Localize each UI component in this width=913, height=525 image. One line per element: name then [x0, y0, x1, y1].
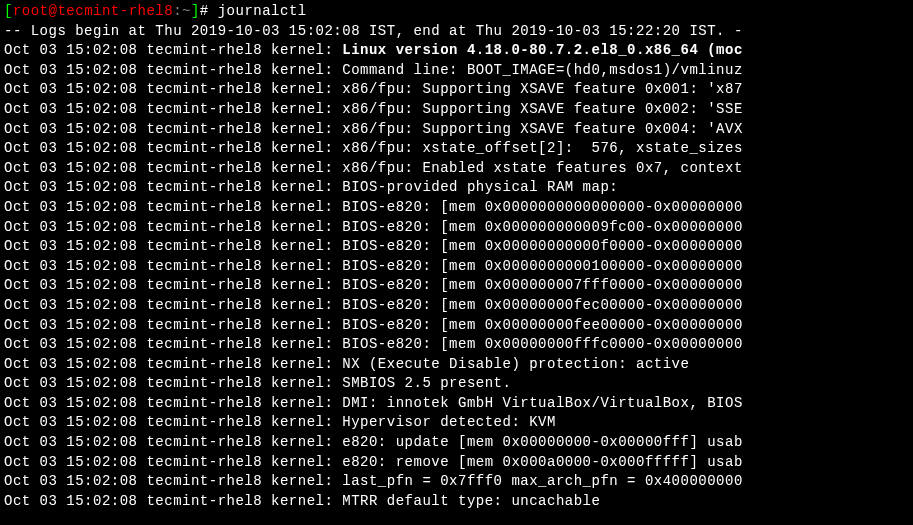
log-message: BIOS-e820: [mem 0x00000000fffc0000-0x000… — [342, 336, 743, 352]
log-line: Oct 03 15:02:08 tecmint-rhel8 kernel: Hy… — [4, 413, 909, 433]
log-message: MTRR default type: uncachable — [342, 493, 600, 509]
log-line: Oct 03 15:02:08 tecmint-rhel8 kernel: x8… — [4, 139, 909, 159]
log-line: Oct 03 15:02:08 tecmint-rhel8 kernel: Co… — [4, 61, 909, 81]
log-prefix: Oct 03 15:02:08 tecmint-rhel8 kernel: — [4, 356, 342, 372]
log-line: Oct 03 15:02:08 tecmint-rhel8 kernel: BI… — [4, 296, 909, 316]
log-prefix: Oct 03 15:02:08 tecmint-rhel8 kernel: — [4, 395, 342, 411]
log-message: BIOS-e820: [mem 0x0000000000100000-0x000… — [342, 258, 743, 274]
log-prefix: Oct 03 15:02:08 tecmint-rhel8 kernel: — [4, 219, 342, 235]
log-message: Command line: BOOT_IMAGE=(hd0,msdos1)/vm… — [342, 62, 743, 78]
terminal-output[interactable]: [root@tecmint-rhel8:~]# journalctl -- Lo… — [0, 0, 913, 513]
log-header: -- Logs begin at Thu 2019-10-03 15:02:08… — [4, 22, 909, 42]
log-prefix: Oct 03 15:02:08 tecmint-rhel8 kernel: — [4, 62, 342, 78]
prompt-line: [root@tecmint-rhel8:~]# journalctl — [4, 2, 909, 22]
log-line: Oct 03 15:02:08 tecmint-rhel8 kernel: BI… — [4, 257, 909, 277]
log-prefix: Oct 03 15:02:08 tecmint-rhel8 kernel: — [4, 160, 342, 176]
log-prefix: Oct 03 15:02:08 tecmint-rhel8 kernel: — [4, 473, 342, 489]
log-line: Oct 03 15:02:08 tecmint-rhel8 kernel: BI… — [4, 316, 909, 336]
log-prefix: Oct 03 15:02:08 tecmint-rhel8 kernel: — [4, 454, 342, 470]
log-line: Oct 03 15:02:08 tecmint-rhel8 kernel: MT… — [4, 492, 909, 512]
log-line: Oct 03 15:02:08 tecmint-rhel8 kernel: BI… — [4, 335, 909, 355]
log-message: e820: update [mem 0x00000000-0x00000fff]… — [342, 434, 743, 450]
log-line: Oct 03 15:02:08 tecmint-rhel8 kernel: x8… — [4, 80, 909, 100]
log-prefix: Oct 03 15:02:08 tecmint-rhel8 kernel: — [4, 375, 342, 391]
log-prefix: Oct 03 15:02:08 tecmint-rhel8 kernel: — [4, 258, 342, 274]
prompt-cwd: :~ — [173, 3, 191, 19]
log-prefix: Oct 03 15:02:08 tecmint-rhel8 kernel: — [4, 238, 342, 254]
log-message: x86/fpu: Supporting XSAVE feature 0x001:… — [342, 81, 743, 97]
log-prefix: Oct 03 15:02:08 tecmint-rhel8 kernel: — [4, 121, 342, 137]
log-message: last_pfn = 0x7fff0 max_arch_pfn = 0x4000… — [342, 473, 743, 489]
log-prefix: Oct 03 15:02:08 tecmint-rhel8 kernel: — [4, 42, 342, 58]
log-prefix: Oct 03 15:02:08 tecmint-rhel8 kernel: — [4, 336, 342, 352]
log-prefix: Oct 03 15:02:08 tecmint-rhel8 kernel: — [4, 414, 342, 430]
prompt-close-bracket: ] — [191, 3, 200, 19]
log-message: BIOS-e820: [mem 0x000000000009fc00-0x000… — [342, 219, 743, 235]
log-message: BIOS-e820: [mem 0x0000000000000000-0x000… — [342, 199, 743, 215]
log-prefix: Oct 03 15:02:08 tecmint-rhel8 kernel: — [4, 140, 342, 156]
log-line: Oct 03 15:02:08 tecmint-rhel8 kernel: x8… — [4, 159, 909, 179]
log-message: BIOS-e820: [mem 0x00000000000f0000-0x000… — [342, 238, 743, 254]
log-message: x86/fpu: Supporting XSAVE feature 0x002:… — [342, 101, 743, 117]
prompt-open-bracket: [ — [4, 3, 13, 19]
log-lines-container: Oct 03 15:02:08 tecmint-rhel8 kernel: Li… — [4, 41, 909, 511]
log-line: Oct 03 15:02:08 tecmint-rhel8 kernel: x8… — [4, 100, 909, 120]
log-message: SMBIOS 2.5 present. — [342, 375, 511, 391]
log-message: NX (Execute Disable) protection: active — [342, 356, 689, 372]
log-message: Hypervisor detected: KVM — [342, 414, 556, 430]
log-line: Oct 03 15:02:08 tecmint-rhel8 kernel: e8… — [4, 433, 909, 453]
command-text: journalctl — [218, 3, 307, 19]
log-prefix: Oct 03 15:02:08 tecmint-rhel8 kernel: — [4, 179, 342, 195]
log-message: x86/fpu: xstate_offset[2]: 576, xstate_s… — [342, 140, 743, 156]
log-line: Oct 03 15:02:08 tecmint-rhel8 kernel: BI… — [4, 198, 909, 218]
log-message: DMI: innotek GmbH VirtualBox/VirtualBox,… — [342, 395, 743, 411]
log-prefix: Oct 03 15:02:08 tecmint-rhel8 kernel: — [4, 493, 342, 509]
log-prefix: Oct 03 15:02:08 tecmint-rhel8 kernel: — [4, 434, 342, 450]
log-prefix: Oct 03 15:02:08 tecmint-rhel8 kernel: — [4, 317, 342, 333]
prompt-hash: # — [200, 3, 218, 19]
log-prefix: Oct 03 15:02:08 tecmint-rhel8 kernel: — [4, 101, 342, 117]
log-prefix: Oct 03 15:02:08 tecmint-rhel8 kernel: — [4, 81, 342, 97]
log-line: Oct 03 15:02:08 tecmint-rhel8 kernel: x8… — [4, 120, 909, 140]
log-message: BIOS-e820: [mem 0x00000000fec00000-0x000… — [342, 297, 743, 313]
log-message: BIOS-e820: [mem 0x00000000fee00000-0x000… — [342, 317, 743, 333]
log-message: x86/fpu: Enabled xstate features 0x7, co… — [342, 160, 743, 176]
log-line: Oct 03 15:02:08 tecmint-rhel8 kernel: Li… — [4, 41, 909, 61]
log-line: Oct 03 15:02:08 tecmint-rhel8 kernel: la… — [4, 472, 909, 492]
log-line: Oct 03 15:02:08 tecmint-rhel8 kernel: BI… — [4, 276, 909, 296]
log-bold-text: Linux version 4.18.0-80.7.2.el8_0.x86_64… — [342, 42, 743, 58]
log-message: BIOS-provided physical RAM map: — [342, 179, 618, 195]
log-line: Oct 03 15:02:08 tecmint-rhel8 kernel: e8… — [4, 453, 909, 473]
log-prefix: Oct 03 15:02:08 tecmint-rhel8 kernel: — [4, 297, 342, 313]
prompt-user-host: root@tecmint-rhel8 — [13, 3, 173, 19]
log-line: Oct 03 15:02:08 tecmint-rhel8 kernel: NX… — [4, 355, 909, 375]
log-message: x86/fpu: Supporting XSAVE feature 0x004:… — [342, 121, 743, 137]
log-prefix: Oct 03 15:02:08 tecmint-rhel8 kernel: — [4, 277, 342, 293]
log-message: e820: remove [mem 0x000a0000-0x000fffff]… — [342, 454, 743, 470]
log-prefix: Oct 03 15:02:08 tecmint-rhel8 kernel: — [4, 199, 342, 215]
log-line: Oct 03 15:02:08 tecmint-rhel8 kernel: DM… — [4, 394, 909, 414]
log-line: Oct 03 15:02:08 tecmint-rhel8 kernel: SM… — [4, 374, 909, 394]
log-message: BIOS-e820: [mem 0x000000007fff0000-0x000… — [342, 277, 743, 293]
log-line: Oct 03 15:02:08 tecmint-rhel8 kernel: BI… — [4, 218, 909, 238]
log-line: Oct 03 15:02:08 tecmint-rhel8 kernel: BI… — [4, 178, 909, 198]
log-line: Oct 03 15:02:08 tecmint-rhel8 kernel: BI… — [4, 237, 909, 257]
